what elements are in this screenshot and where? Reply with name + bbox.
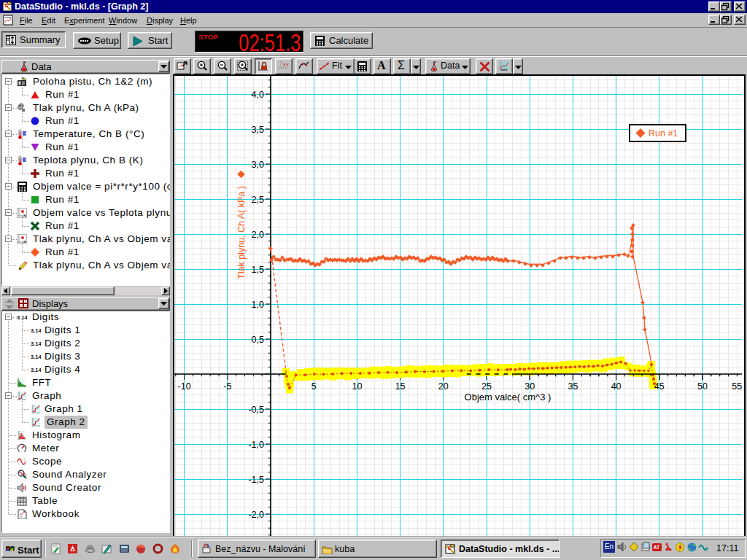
svg-text:1,5: 1,5 <box>252 265 264 275</box>
svg-text:XY: XY <box>283 63 289 67</box>
svg-text:2,5: 2,5 <box>252 195 264 205</box>
svg-text:-1,0: -1,0 <box>248 440 264 450</box>
svg-text:0,5: 0,5 <box>252 335 264 345</box>
svg-text:3.14: 3.14 <box>31 327 41 334</box>
svg-text:3,5: 3,5 <box>252 125 264 135</box>
svg-text:15: 15 <box>395 381 406 392</box>
svg-text:35: 35 <box>568 381 578 392</box>
svg-text:55: 55 <box>732 381 742 392</box>
svg-text:-0,5: -0,5 <box>248 405 264 415</box>
svg-text:50: 50 <box>697 381 708 392</box>
svg-text:45: 45 <box>654 381 665 392</box>
svg-text:AT: AT <box>654 545 661 550</box>
svg-text:10: 10 <box>352 381 362 392</box>
svg-text:-10: -10 <box>178 381 191 392</box>
svg-text:4,0: 4,0 <box>252 90 264 100</box>
svg-text:Run #1: Run #1 <box>649 128 678 139</box>
svg-text:-5: -5 <box>223 381 231 392</box>
svg-text:-1,5: -1,5 <box>248 475 264 485</box>
svg-text:3.14: 3.14 <box>31 354 41 360</box>
svg-text:3,0: 3,0 <box>252 160 264 170</box>
svg-text:2,0: 2,0 <box>252 230 264 240</box>
svg-text:20: 20 <box>438 381 449 392</box>
svg-text:-2,0: -2,0 <box>248 510 264 520</box>
svg-text:40: 40 <box>611 381 622 392</box>
svg-text:Objem valce( cm^3 ): Objem valce( cm^3 ) <box>465 392 551 402</box>
svg-text:1,0: 1,0 <box>252 300 264 310</box>
svg-text:30: 30 <box>525 381 535 392</box>
svg-text:5: 5 <box>311 381 317 392</box>
svg-text:25: 25 <box>481 381 492 392</box>
svg-text:Tlak plynu, Ch A( kPa ): Tlak plynu, Ch A( kPa ) <box>236 186 247 279</box>
svg-text:3.14: 3.14 <box>31 367 41 373</box>
svg-text:3.14: 3.14 <box>31 341 41 347</box>
